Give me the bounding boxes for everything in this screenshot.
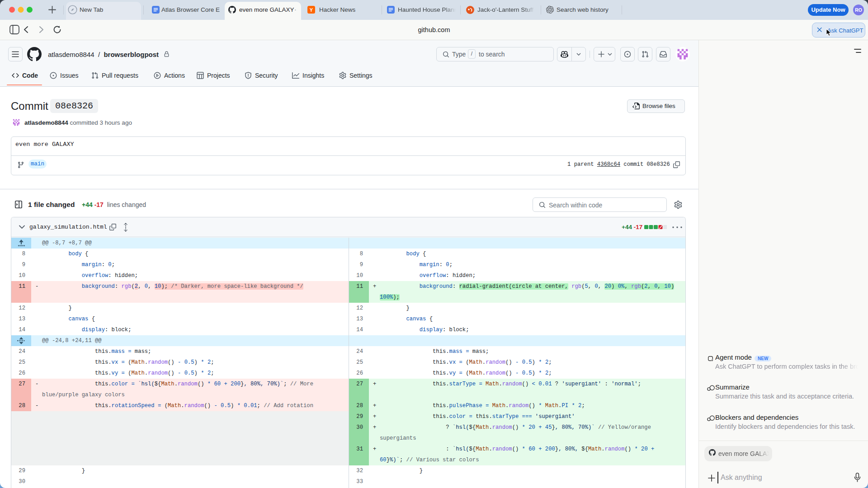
svg-text:Y: Y xyxy=(310,7,313,13)
